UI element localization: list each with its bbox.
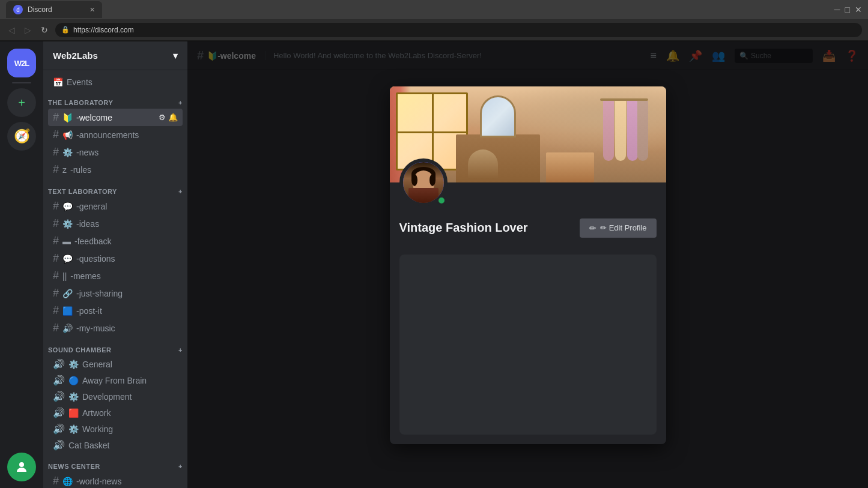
channel-feedback[interactable]: # ▬ -feedback <box>48 232 183 250</box>
window-controls[interactable]: ─ □ ✕ <box>834 5 862 14</box>
back-button[interactable]: ◁ <box>6 24 17 36</box>
profile-modal-overlay[interactable]: Vintage Fashion Lover ✏ ✏ Edit Profile <box>187 41 868 488</box>
category-label: THE LABORATORY <box>48 99 113 106</box>
add-channel-icon[interactable]: + <box>178 346 183 354</box>
channel-my-music[interactable]: # 🔊 -my-music <box>48 319 183 337</box>
channel-emoji: 🔊 <box>62 324 73 333</box>
voice-channel-away[interactable]: 🔊 🔵 Away From Brain <box>48 372 183 388</box>
channel-name: -announcements <box>76 130 139 140</box>
browser-titlebar: d Discord ✕ ─ □ ✕ <box>0 0 868 19</box>
hash-icon: # <box>53 111 59 124</box>
channel-memes[interactable]: # || -memes <box>48 267 183 285</box>
channel-ideas[interactable]: # ⚙️ -ideas <box>48 215 183 232</box>
chest <box>546 152 594 182</box>
category-news-center[interactable]: NEWS CENTER + <box>43 453 187 472</box>
voice-channel-artwork[interactable]: 🔊 🟥 Artwork <box>48 405 183 421</box>
channel-emoji: ⚙️ <box>62 219 73 229</box>
channel-rules[interactable]: # z -rules <box>48 161 183 178</box>
add-channel-icon[interactable]: + <box>178 188 183 195</box>
server-header[interactable]: Web2Labs ▾ <box>43 41 187 70</box>
channel-name: -post-it <box>76 306 102 316</box>
voice-channel-working[interactable]: 🔊 ⚙️ Working <box>48 421 183 437</box>
browser-tab[interactable]: d Discord ✕ <box>6 1 102 18</box>
channel-post-it[interactable]: # 🟦 -post-it <box>48 302 183 319</box>
channel-news[interactable]: # ⚙️ -news <box>48 143 183 161</box>
rack-bar <box>600 98 648 101</box>
channel-sidebar: Web2Labs ▾ 📅 Events THE LABORATORY + # 🔰… <box>43 41 187 488</box>
category-text-laboratory[interactable]: TEXT LABORATORY + <box>43 178 187 197</box>
browser-chrome: d Discord ✕ ─ □ ✕ ◁ ▷ ↻ 🔒 https://discor… <box>0 0 868 41</box>
browser-toolbar: ◁ ▷ ↻ 🔒 https://discord.com <box>0 19 868 41</box>
address-bar[interactable]: 🔒 https://discord.com <box>55 23 862 37</box>
channel-emoji: 🔗 <box>62 289 73 298</box>
dress-4 <box>637 101 648 161</box>
channel-name: -ideas <box>76 219 99 229</box>
channel-emoji: 📢 <box>62 130 73 140</box>
channel-emoji: z <box>62 165 67 175</box>
profile-header-row: Vintage Fashion Lover ✏ ✏ Edit Profile <box>399 218 657 238</box>
channel-name: General <box>82 360 112 369</box>
discord-favicon: d <box>13 5 23 14</box>
channel-name: -welcome <box>76 113 112 122</box>
hash-icon: # <box>53 304 59 317</box>
channel-name: Working <box>82 424 113 434</box>
server-icon-web2labs[interactable]: W2L <box>7 49 36 77</box>
speaker-icon: 🔊 <box>53 439 65 451</box>
voice-channel-development[interactable]: 🔊 ⚙️ Development <box>48 388 183 405</box>
discord-app: W2L + 🧭 Web2Labs ▾ 📅 Events THE LA <box>0 41 868 488</box>
channel-emoji: 🔰 <box>62 113 73 122</box>
lock-icon: 🔒 <box>61 26 70 34</box>
hash-icon: # <box>53 128 59 141</box>
speaker-icon: 🔊 <box>53 423 65 435</box>
profile-username: Vintage Fashion Lover <box>399 221 528 235</box>
bell-icon[interactable]: 🔔 <box>168 113 178 122</box>
category-label: SOUND CHAMBER <box>48 346 112 354</box>
channel-name: Development <box>82 392 132 402</box>
category-the-laboratory[interactable]: THE LABORATORY + <box>43 89 187 109</box>
speaker-icon: 🔊 <box>53 358 65 370</box>
hash-icon: # <box>53 287 59 300</box>
voice-channel-general[interactable]: 🔊 ⚙️ General <box>48 356 183 372</box>
avatar-body <box>408 188 439 203</box>
add-server-button[interactable]: + <box>7 88 36 117</box>
url-text: https://discord.com <box>73 26 134 34</box>
category-label: NEWS CENTER <box>48 463 100 470</box>
channel-world-news[interactable]: # 🌐 -world-news <box>48 472 183 488</box>
channel-announcements[interactable]: # 📢 -announcements <box>48 126 183 143</box>
channel-events[interactable]: 📅 Events <box>48 75 183 89</box>
settings-icon[interactable]: ⚙ <box>159 113 166 122</box>
tab-close-button[interactable]: ✕ <box>90 6 95 14</box>
server-sidebar: W2L + 🧭 <box>0 41 43 488</box>
server-divider <box>12 82 31 83</box>
channel-name: -just-sharing <box>76 289 123 298</box>
channel-name: -news <box>76 148 99 157</box>
discover-servers-button[interactable]: 🧭 <box>7 122 36 151</box>
category-sound-chamber[interactable]: SOUND CHAMBER + <box>43 337 187 356</box>
user-settings-button[interactable] <box>7 453 36 481</box>
close-button[interactable]: ✕ <box>855 5 862 14</box>
channel-name: -rules <box>70 165 91 175</box>
svg-point-0 <box>19 462 24 467</box>
channel-just-sharing[interactable]: # 🔗 -just-sharing <box>48 285 183 302</box>
voice-emoji: ⚙️ <box>68 424 79 434</box>
add-channel-icon[interactable]: + <box>178 99 183 106</box>
dress-2 <box>615 101 626 161</box>
voice-channel-cat-basket[interactable]: 🔊 Cat Basket <box>48 437 183 453</box>
channel-name: -general <box>76 202 107 211</box>
speaker-icon: 🔊 <box>53 391 65 402</box>
channel-name: -questions <box>76 254 115 264</box>
channel-emoji: 🟦 <box>62 306 73 316</box>
forward-button[interactable]: ▷ <box>22 24 34 36</box>
channel-name: Artwork <box>82 408 111 418</box>
channel-welcome[interactable]: # 🔰 -welcome ⚙ 🔔 <box>48 109 183 126</box>
edit-profile-button[interactable]: ✏ ✏ Edit Profile <box>580 218 656 238</box>
channel-questions[interactable]: # 💬 -questions <box>48 250 183 267</box>
minimize-button[interactable]: ─ <box>834 5 840 14</box>
maximize-button[interactable]: □ <box>845 5 850 14</box>
voice-emoji: 🔵 <box>68 376 79 385</box>
channel-general[interactable]: # 💬 -general <box>48 197 183 215</box>
voice-emoji: 🟥 <box>68 408 79 418</box>
channel-emoji: ⚙️ <box>62 148 73 157</box>
refresh-button[interactable]: ↻ <box>38 24 50 36</box>
add-channel-icon[interactable]: + <box>178 463 183 470</box>
